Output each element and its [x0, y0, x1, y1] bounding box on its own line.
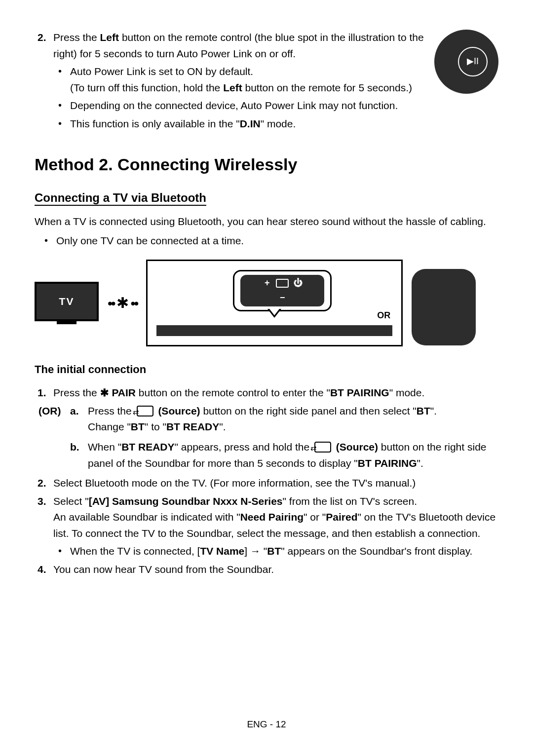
page-footer: ENG - 12	[0, 717, 533, 731]
source-icon	[276, 279, 289, 288]
bluetooth-icon: ✱	[100, 387, 109, 398]
bullet-din: This function is only available in the "…	[68, 116, 424, 132]
bluetooth-icon: ✱	[116, 295, 129, 311]
intro-text: When a TV is connected using Bluetooth, …	[35, 214, 498, 230]
bluetooth-dots: ••✱••	[108, 292, 137, 315]
or-step-b: b. When "BT READY" appears, press and ho…	[35, 439, 498, 471]
bullet-auto-power: Auto Power Link is set to ON by default.…	[68, 64, 424, 96]
intro-bullet: Only one TV can be connected at a time.	[54, 233, 498, 249]
step-2: 2. Select Bluetooth mode on the TV. (For…	[49, 475, 498, 491]
section-subtitle: Connecting a TV via Bluetooth	[35, 189, 498, 207]
step-3: 3. Select "[AV] Samsung Soundbar Nxxx N-…	[49, 493, 498, 560]
section-title: Method 2. Connecting Wirelessly	[35, 151, 498, 178]
source-icon	[137, 406, 153, 416]
step-4: 4. You can now hear TV sound from the So…	[49, 562, 498, 578]
bullet-depending: Depending on the connected device, Auto …	[68, 98, 424, 114]
step2-text: Press the Left button on the remote cont…	[53, 32, 424, 59]
power-icon: ⏻	[294, 276, 302, 290]
connection-diagram: TV ••✱•• +⏻ − OR	[35, 260, 498, 346]
step-number: 2.	[38, 30, 46, 46]
or-step-a: (OR) a. Press the (Source) button on the…	[35, 403, 498, 435]
step-1: 1. Press the ✱ PAIR button on the remote…	[49, 385, 498, 401]
or-label: OR	[377, 309, 390, 323]
remote-icon	[412, 269, 476, 345]
source-icon	[314, 442, 331, 453]
initial-connection-heading: The initial connection	[35, 361, 498, 378]
soundbar-diagram: +⏻ − OR	[146, 260, 403, 346]
tv-icon: TV	[35, 282, 99, 321]
step-3-bullet: When the TV is connected, [TV Name] → "B…	[68, 543, 498, 560]
